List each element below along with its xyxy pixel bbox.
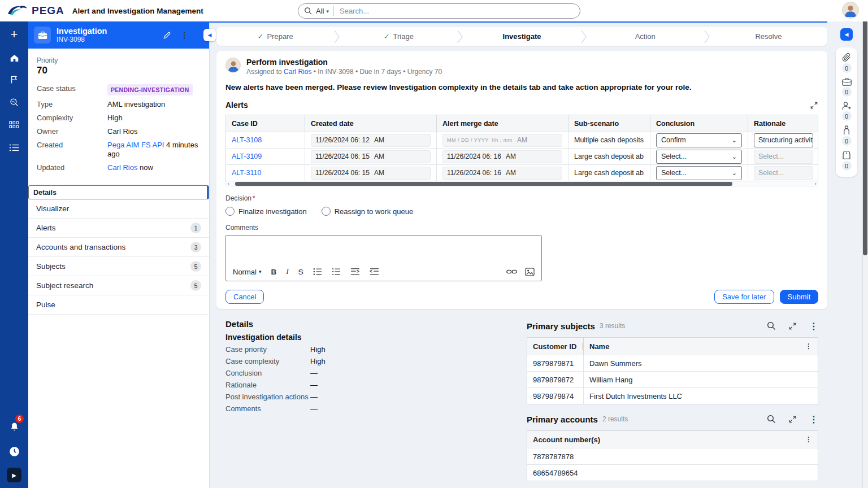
merge-date-input[interactable]: 11/26/2024 06: 16AM <box>442 167 562 180</box>
bullet-list-icon[interactable] <box>313 268 322 276</box>
stage-investigate[interactable]: Investigate <box>463 27 580 46</box>
scrollbar-thumb[interactable] <box>235 182 732 186</box>
column-menu-icon[interactable]: ⋮ <box>580 342 584 350</box>
worklist-button[interactable] <box>0 138 28 157</box>
home-button[interactable] <box>0 49 28 68</box>
subject-row[interactable]: 9879879871Dawn Summers <box>527 355 818 371</box>
stage-resolve[interactable]: Resolve <box>710 27 827 46</box>
tags-utility[interactable]: 0 <box>842 150 852 171</box>
indent-right-icon[interactable] <box>350 268 360 276</box>
radio-finalize-investigation[interactable]: Finalize investigation <box>225 207 307 216</box>
table-menu-icon[interactable]: ⋮ <box>805 435 812 443</box>
submit-button[interactable]: Submit <box>780 290 818 304</box>
col-created-date: Created date <box>305 115 437 132</box>
nav-item-accounts-transactions[interactable]: Accounts and transactions3 <box>28 238 209 257</box>
account-row[interactable]: 68654789654 <box>527 464 818 481</box>
assignee-link[interactable]: Carl Rios <box>284 68 311 76</box>
nav-item-alerts[interactable]: Alerts1 <box>28 219 209 238</box>
task-actions: Cancel Save for later Submit <box>225 290 818 304</box>
created-date-input[interactable]: 11/26/2024 06: 15AM <box>311 167 431 180</box>
conclusion-select[interactable]: Confirm⌄ <box>656 133 742 147</box>
attachments-utility[interactable]: 0 <box>842 53 852 73</box>
recents-button[interactable] <box>0 442 28 461</box>
created-by-link[interactable]: Pega AIM FS API <box>107 141 164 149</box>
image-icon[interactable] <box>525 268 535 276</box>
user-avatar[interactable] <box>842 2 859 19</box>
strikethrough-button[interactable]: S <box>298 268 303 276</box>
conclusion-select[interactable]: Select...⌄ <box>656 166 742 180</box>
comments-editor[interactable]: Normal▾ B I S <box>225 235 542 281</box>
edit-pencil-icon[interactable] <box>163 31 171 40</box>
table-menu-icon[interactable]: ⋮ <box>805 342 812 350</box>
alerts-expand-button[interactable] <box>810 101 818 110</box>
alerts-horizontal-scrollbar[interactable]: ‹ › <box>225 181 818 186</box>
expand-icon[interactable] <box>788 415 797 424</box>
accounts-table-header: Account number(s)⋮ <box>527 431 818 448</box>
left-icon-rail: + 6 <box>0 21 28 488</box>
search-scope-select[interactable]: All <box>316 7 324 15</box>
rationale-input[interactable]: Structuring activity id <box>754 133 813 147</box>
nav-item-subjects[interactable]: Subjects5 <box>28 257 209 276</box>
cancel-button[interactable]: Cancel <box>225 290 264 304</box>
nav-item-visualizer[interactable]: Visualizer <box>28 199 209 219</box>
merge-date-input[interactable]: 11/26/2024 06: 16AM <box>442 150 562 163</box>
alert-case-link[interactable]: ALT-3110 <box>232 169 261 177</box>
participants-utility[interactable]: 0 <box>842 125 852 146</box>
italic-button[interactable]: I <box>286 267 289 276</box>
merge-date-input[interactable]: MM / DD / YYYYhh : mmAM <box>442 134 562 147</box>
nav-item-pulse[interactable]: Pulse <box>28 295 209 315</box>
scroll-right-icon[interactable]: › <box>813 181 818 186</box>
conclusion-select[interactable]: Select...⌄ <box>656 150 742 164</box>
global-search[interactable]: All ▾ <box>298 3 580 19</box>
create-button[interactable]: + <box>0 25 28 44</box>
rail-expand-button[interactable]: ▶ <box>7 468 21 482</box>
col-case-id: Case ID <box>226 115 305 132</box>
notifications-button[interactable]: 6 <box>0 417 28 436</box>
radio-icon <box>225 207 235 216</box>
numbered-list-icon[interactable] <box>332 268 341 276</box>
indent-left-icon[interactable] <box>370 268 379 276</box>
subject-row[interactable]: 9879879872William Hang <box>527 371 818 387</box>
link-icon[interactable] <box>506 268 517 275</box>
stage-prepare[interactable]: ✓Prepare <box>216 27 334 46</box>
updated-by-link[interactable]: Carl Rios <box>107 163 137 172</box>
followers-utility[interactable]: 0 <box>841 101 852 121</box>
radio-reassign-work-queue[interactable]: Reassign to work queue <box>322 207 413 216</box>
page-scrollbar-thumb[interactable] <box>863 1 867 255</box>
case-more-menu[interactable]: ⋮ <box>180 30 189 40</box>
sidebar-collapse-button[interactable]: ◀ <box>203 29 216 41</box>
apps-button[interactable] <box>0 115 28 134</box>
primary-subjects-title: Primary subjects <box>527 321 595 331</box>
stage-chevron-icon <box>334 30 340 43</box>
created-date-input[interactable]: 11/26/2024 06: 15AM <box>311 150 431 163</box>
alert-case-link[interactable]: ALT-3109 <box>232 152 262 160</box>
search-icon[interactable] <box>767 415 776 424</box>
cases-utility[interactable]: 0 <box>842 77 852 97</box>
insights-search-button[interactable] <box>0 93 28 112</box>
more-menu-icon[interactable]: ⋮ <box>809 414 818 425</box>
search-icon <box>304 7 313 15</box>
stage-action[interactable]: Action <box>587 27 704 46</box>
utilities-collapse-button[interactable]: ◀ <box>840 28 853 41</box>
alert-case-link[interactable]: ALT-3108 <box>232 136 262 144</box>
flags-button[interactable] <box>0 70 28 89</box>
top-header: PEGA Alert and Investigation Management … <box>0 0 868 21</box>
search-input[interactable] <box>340 7 574 15</box>
stage-triage[interactable]: ✓Triage <box>340 27 457 46</box>
attachments-count-badge: 0 <box>842 63 852 73</box>
search-icon[interactable] <box>767 321 776 330</box>
format-select[interactable]: Normal▾ <box>233 268 261 276</box>
nav-item-subject-research[interactable]: Subject research5 <box>28 276 209 295</box>
comments-editor-body[interactable] <box>226 236 541 267</box>
page-scrollbar[interactable] <box>862 0 868 488</box>
account-row[interactable]: 7878787878 <box>527 448 818 464</box>
created-date-input[interactable]: 11/26/2024 06: 12AM <box>311 134 431 147</box>
expand-icon[interactable] <box>788 322 797 330</box>
bold-button[interactable]: B <box>271 268 276 276</box>
sub-scenario-value: Large cash deposit ab <box>574 169 644 177</box>
scroll-left-icon[interactable]: ‹ <box>226 181 231 186</box>
subject-row[interactable]: 9879879874First Dutch Investments LLC <box>527 387 818 404</box>
more-menu-icon[interactable]: ⋮ <box>809 321 818 332</box>
nav-item-details[interactable]: Details <box>28 185 209 199</box>
save-for-later-button[interactable]: Save for later <box>714 290 774 304</box>
